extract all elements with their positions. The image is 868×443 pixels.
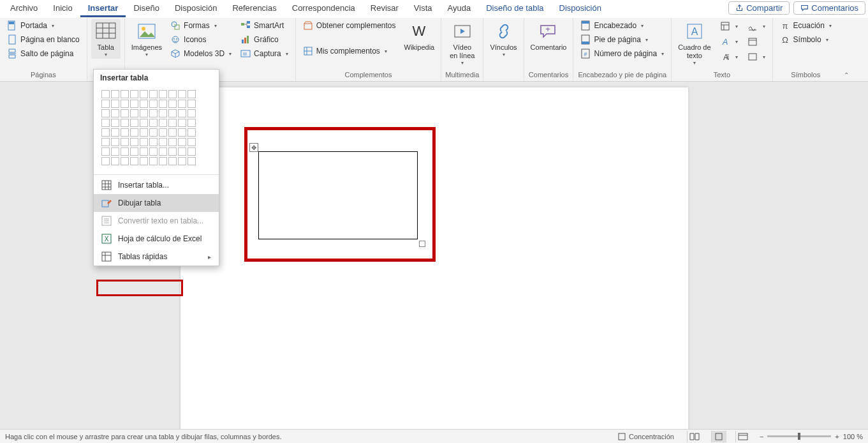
obtener-complementos-button[interactable]: Obtener complementos <box>300 19 399 32</box>
menu-excel-label: Hoja de cálculo de Excel <box>118 234 202 243</box>
menu-insertar-tabla[interactable]: Insertar tabla... <box>94 176 219 194</box>
svg-rect-35 <box>749 38 756 45</box>
group-multimedia-label: Multimedia <box>445 70 479 81</box>
salto-pagina-button[interactable]: Salto de página <box>4 47 83 60</box>
status-bar: Haga clic con el mouse y arrastre para c… <box>0 429 868 443</box>
tab-diseno-tabla[interactable]: Diseño de tabla <box>478 1 551 15</box>
text-mini-6[interactable]: ▾ <box>744 50 769 64</box>
tab-disposicion[interactable]: Disposición <box>167 1 224 15</box>
zoom-control[interactable]: − + 100 % <box>760 433 863 440</box>
tab-vista[interactable]: Vista <box>406 1 440 15</box>
pie-button[interactable]: Pie de página▾ <box>577 33 667 46</box>
share-button[interactable]: Compartir <box>728 1 790 15</box>
focus-mode-button[interactable]: Concentración <box>614 432 678 441</box>
cuadro-texto-button[interactable]: A Cuadro de texto▾ <box>675 19 713 67</box>
zoom-in-button[interactable]: + <box>835 433 839 440</box>
ecuacion-button[interactable]: πEcuación▾ <box>777 19 835 32</box>
web-view-icon <box>738 433 748 440</box>
menu-tablas-rapidas[interactable]: Tablas rápidas ▸ <box>94 248 219 266</box>
view-web-button[interactable] <box>735 431 751 442</box>
print-view-icon <box>714 433 724 440</box>
svg-rect-16 <box>247 36 249 43</box>
video-icon <box>453 23 472 40</box>
svg-rect-40 <box>102 200 108 207</box>
encabezado-button[interactable]: Encabezado▾ <box>577 19 667 32</box>
footer-icon <box>580 34 591 45</box>
salto-pagina-label: Salto de página <box>20 49 73 58</box>
cover-page-icon <box>7 20 17 31</box>
group-texto: A Cuadro de texto▾ ▾ A▾ A▾ ▾ ▾ Texto <box>672 18 772 81</box>
table-move-handle[interactable]: ✥ <box>249 143 258 152</box>
group-complementos: Obtener complementos Mis complementos▾ W… <box>296 18 441 81</box>
captura-button[interactable]: Captura▾ <box>237 47 291 60</box>
text-mini-5[interactable] <box>744 34 769 49</box>
modelos3d-label: Modelos 3D <box>184 49 224 58</box>
view-print-button[interactable] <box>711 431 726 442</box>
view-read-button[interactable] <box>687 431 702 442</box>
svg-point-9 <box>173 38 175 40</box>
menu-dibujar-tabla[interactable]: Dibujar tabla <box>94 194 219 212</box>
zoom-slider[interactable] <box>767 435 831 437</box>
collapse-ribbon-button[interactable]: ⌃ <box>839 69 854 81</box>
tab-revisar[interactable]: Revisar <box>363 1 406 15</box>
zoom-value: 100 % <box>843 433 863 440</box>
iconos-button[interactable]: Iconos <box>167 33 235 46</box>
comments-button[interactable]: Comentarios <box>793 1 865 15</box>
convert-text-icon <box>101 216 112 226</box>
table-grid-picker[interactable] <box>94 85 219 173</box>
focus-icon <box>617 432 626 441</box>
tab-archivo[interactable]: Archivo <box>3 1 45 15</box>
drawn-table[interactable] <box>258 151 418 239</box>
svg-text:Ω: Ω <box>782 35 788 45</box>
text-mini-2[interactable]: A▾ <box>716 34 741 49</box>
group-comentarios: + Comentario Comentarios <box>524 18 574 81</box>
modelos3d-button[interactable]: Modelos 3D▾ <box>167 47 235 60</box>
portada-button[interactable]: Portada▾ <box>4 19 83 32</box>
comentario-button[interactable]: + Comentario <box>528 19 570 53</box>
page[interactable]: ✥ <box>180 87 688 429</box>
tab-insertar[interactable]: Insertar <box>80 1 126 17</box>
text-mini-1[interactable]: ▾ <box>716 19 741 33</box>
svg-rect-15 <box>244 38 246 43</box>
screenshot-icon <box>240 49 251 59</box>
svg-rect-14 <box>242 40 244 43</box>
table-resize-handle[interactable] <box>419 241 425 247</box>
smartart-button[interactable]: SmartArt <box>237 19 291 32</box>
quickparts-icon <box>720 21 730 31</box>
numero-pagina-button[interactable]: #Número de página▾ <box>577 47 667 60</box>
captura-label: Captura <box>254 49 281 58</box>
tab-correspondencia[interactable]: Correspondencia <box>284 1 363 15</box>
excel-icon: X <box>101 234 112 244</box>
simbolo-button[interactable]: ΩSímbolo▾ <box>777 33 835 46</box>
pagina-en-blanco-button[interactable]: Página en blanco <box>4 33 83 46</box>
page-break-icon <box>7 49 17 59</box>
wikipedia-button[interactable]: W Wikipedia <box>402 19 438 53</box>
svg-rect-18 <box>243 52 247 56</box>
svg-rect-44 <box>102 252 111 261</box>
grafico-button[interactable]: Gráfico <box>237 33 291 46</box>
imagenes-button[interactable]: Imágenes▾ <box>129 19 165 59</box>
status-hint: Haga clic con el mouse y arrastre para c… <box>5 433 282 440</box>
tab-ayuda[interactable]: Ayuda <box>440 1 479 15</box>
group-simbolos: πEcuación▾ ΩSímbolo▾ Símbolos <box>773 18 839 81</box>
tab-diseno[interactable]: Diseño <box>126 1 166 15</box>
group-encabezado: Encabezado▾ Pie de página▾ #Número de pá… <box>573 18 672 81</box>
zoom-out-button[interactable]: − <box>760 433 763 440</box>
tab-referencias[interactable]: Referencias <box>224 1 284 15</box>
svg-text:#: # <box>584 51 587 57</box>
video-button[interactable]: Vídeo en línea▾ <box>447 19 477 67</box>
mis-complementos-button[interactable]: Mis complementos▾ <box>300 45 399 57</box>
svg-rect-45 <box>619 433 625 440</box>
store-icon <box>303 20 313 31</box>
tabla-button[interactable]: Tabla ▾ <box>91 19 121 59</box>
tab-disposicion-tabla[interactable]: Disposición <box>552 1 609 15</box>
svg-text:A: A <box>721 37 728 47</box>
menu-excel[interactable]: X Hoja de cálculo de Excel <box>94 230 219 248</box>
group-paginas: Portada▾ Página en blanco Salto de págin… <box>0 18 87 81</box>
vinculos-button[interactable]: Vínculos▾ <box>487 19 519 59</box>
wordart-icon: A <box>720 36 730 47</box>
text-mini-3[interactable]: A▾ <box>716 50 741 64</box>
formas-button[interactable]: Formas▾ <box>167 19 235 32</box>
tab-inicio[interactable]: Inicio <box>45 1 80 15</box>
text-mini-4[interactable]: ▾ <box>744 19 769 33</box>
